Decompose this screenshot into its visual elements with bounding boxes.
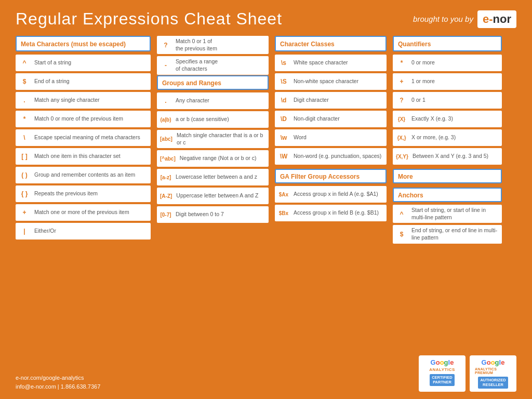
- meta-desc-question: Match 0 or 1 ofthe previous item: [176, 38, 217, 52]
- char-desc-nword: Non-word (e.g. punctuation, spaces): [294, 153, 381, 160]
- meta-symbol-braces: { }: [19, 190, 30, 197]
- quant-symbol-plus: +: [396, 78, 407, 85]
- ga-item-ax: $Ax Access group x in field A (e.g. $A1): [275, 186, 387, 203]
- google2-letter-g: g: [495, 358, 499, 366]
- anchor-desc-dollar: End of string, or end of line in multi-l…: [411, 227, 499, 241]
- meta-item-backslash: \ Escape special meaning of meta charact…: [16, 129, 151, 146]
- google-letter-g: g: [444, 358, 448, 366]
- char-symbol-digit: \d: [278, 97, 289, 104]
- char-item-ws: \s White space character: [275, 55, 387, 71]
- meta-symbol-star: *: [19, 115, 30, 123]
- badge-google-1: Google: [431, 358, 454, 366]
- char-desc-ndigit: Non-digit character: [294, 115, 340, 123]
- meta-item-plus: + Match one or more of the previous item: [16, 204, 151, 221]
- quant-item-star: * 0 or more: [393, 55, 502, 71]
- footer-badges: Google ANALYTICS CERTIFIEDPARTNER Google…: [419, 355, 516, 392]
- anchor-symbol-caret: ^: [396, 210, 407, 218]
- google2-letter-o1: o: [487, 358, 491, 366]
- groups-symbol-abc: [abc]: [160, 136, 172, 142]
- badge-google-2: Google: [482, 358, 505, 366]
- meta-symbol-bracket: [ ]: [19, 153, 30, 160]
- meta-characters-panel: Meta Characters (must be escaped) ^ Star…: [16, 36, 151, 246]
- footer: e-nor.com/google-analytics info@e-nor.co…: [16, 355, 516, 392]
- groups-desc-abc: Match single character that is a or b or…: [177, 132, 265, 146]
- right-panel: Quantifiers * 0 or more + 1 or more ? 0 …: [393, 36, 502, 246]
- char-desc-digit: Digit character: [294, 97, 329, 104]
- center-right-panel: Character Classes \s White space charact…: [275, 36, 387, 246]
- page-title: Regular Expressions Cheat Sheet: [16, 9, 282, 29]
- meta-symbol-pipe: |: [19, 228, 30, 235]
- badge-type-2: AUTHORIZEDRESELLER: [478, 377, 508, 389]
- meta-desc-dash: Specifies a rangeof characters: [176, 58, 218, 72]
- quantifiers-header-text: Quantifiers: [398, 41, 431, 48]
- meta-symbol-dot: .: [19, 97, 30, 104]
- badge-certified: Google ANALYTICS CERTIFIEDPARTNER: [419, 355, 466, 392]
- ga-desc-bx: Access group x in field B (e.g. $B1): [294, 209, 379, 217]
- google2-letter-e: e: [501, 358, 504, 366]
- char-item-ndigit: \D Non-digit character: [275, 111, 387, 127]
- meta-header-text: Meta Characters (must be escaped): [21, 41, 126, 48]
- groups-desc-07: Digit between 0 to 7: [176, 211, 224, 218]
- anchor-item-dollar: $ End of string, or end of line in multi…: [393, 225, 502, 243]
- meta-item-star: * Match 0 or more of the previous item: [16, 111, 151, 127]
- ga-symbol-ax: $Ax: [278, 192, 289, 197]
- footer-line1: e-nor.com/google-analytics: [16, 374, 100, 383]
- meta-desc-caret: Start of a string: [34, 59, 71, 66]
- quantifiers-header: Quantifiers: [393, 36, 502, 51]
- meta-item-caret: ^ Start of a string: [16, 55, 151, 71]
- quant-item-xc: {X,} X or more, (e.g. 3): [393, 129, 502, 146]
- meta-item-parens: ( ) Group and remember contents as an it…: [16, 167, 151, 183]
- groups-item-dot: . Any character: [157, 92, 269, 109]
- anchor-item-caret: ^ Start of string, or start of line in m…: [393, 205, 502, 223]
- meta-item-question: ? Match 0 or 1 ofthe previous item: [157, 36, 269, 54]
- header: Regular Expressions Cheat Sheet brought …: [16, 9, 516, 29]
- content-area: Meta Characters (must be escaped) ^ Star…: [16, 36, 516, 246]
- quant-desc-x: Exactly X (e.g. 3): [411, 115, 453, 123]
- quant-symbol-x: {X}: [396, 116, 407, 122]
- more-header: More: [393, 169, 502, 183]
- groups-symbol-dot: .: [160, 97, 171, 104]
- char-classes-header: Character Classes: [275, 36, 387, 51]
- char-item-word: \w Word: [275, 129, 387, 146]
- quant-desc-xy: Between X and Y (e.g. 3 and 5): [413, 153, 488, 160]
- meta-item-pipe: | Either/Or: [16, 223, 151, 240]
- char-item-nword: \W Non-word (e.g. punctuation, spaces): [275, 148, 387, 165]
- groups-item-AZ: [A-Z] Uppercase letter between A and Z: [157, 188, 269, 204]
- ga-desc-ax: Access group x in field A (e.g. $A1): [294, 191, 378, 198]
- more-header-text: More: [398, 173, 413, 180]
- meta-desc-parens: Group and remember contents as an item: [34, 171, 135, 179]
- char-desc-ws: White space character: [294, 59, 348, 66]
- meta-desc-dot: Match any single character: [34, 97, 99, 104]
- badge-analytics-1: ANALYTICS: [429, 367, 455, 372]
- google-letter-e: e: [450, 358, 454, 366]
- meta-desc-dollar: End of a string: [34, 78, 70, 85]
- badge-reseller: Google ANALYTICS PREMIUM AUTHORIZEDRESEL…: [470, 355, 516, 392]
- groups-item-alb: (a|b) a or b (case sensitive): [157, 111, 269, 128]
- meta-desc-bracket: Match one item in this character set: [34, 153, 121, 160]
- center-left-panel: ? Match 0 or 1 ofthe previous item - Spe…: [157, 36, 269, 246]
- meta-symbol-question: ?: [160, 42, 171, 49]
- groups-item-abc: [abc] Match single character that is a o…: [157, 130, 269, 148]
- char-symbol-ws: \s: [278, 59, 289, 66]
- quant-symbol-xy: {X,Y}: [396, 154, 408, 159]
- logo-nor: nor: [493, 12, 511, 26]
- meta-item-dash: - Specifies a rangeof characters: [157, 56, 269, 74]
- groups-header-text: Groups and Ranges: [162, 79, 221, 87]
- quant-symbol-q: ?: [396, 97, 407, 104]
- quant-item-xy: {X,Y} Between X and Y (e.g. 3 and 5): [393, 148, 502, 165]
- footer-line2: info@e-nor.com | 1.866.638.7367: [16, 382, 100, 392]
- groups-symbol-nabc: [^abc]: [160, 156, 176, 162]
- footer-contact: e-nor.com/google-analytics info@e-nor.co…: [16, 374, 100, 392]
- logo-hyphen: -: [489, 12, 493, 26]
- groups-symbol-07: [0-7]: [160, 212, 171, 218]
- char-symbol-nword: \W: [278, 153, 289, 160]
- meta-item-dollar: $ End of a string: [16, 73, 151, 90]
- char-symbol-word: \w: [278, 134, 289, 141]
- meta-desc-star: Match 0 or more of the previous item: [34, 115, 123, 123]
- char-item-nws: \S Non-white space character: [275, 73, 387, 90]
- meta-symbol-parens: ( ): [19, 171, 30, 179]
- anchors-header: Anchors: [393, 188, 502, 202]
- anchor-symbol-dollar: $: [396, 231, 407, 238]
- quant-item-plus: + 1 or more: [393, 73, 502, 90]
- quant-item-x: {X} Exactly X (e.g. 3): [393, 111, 502, 127]
